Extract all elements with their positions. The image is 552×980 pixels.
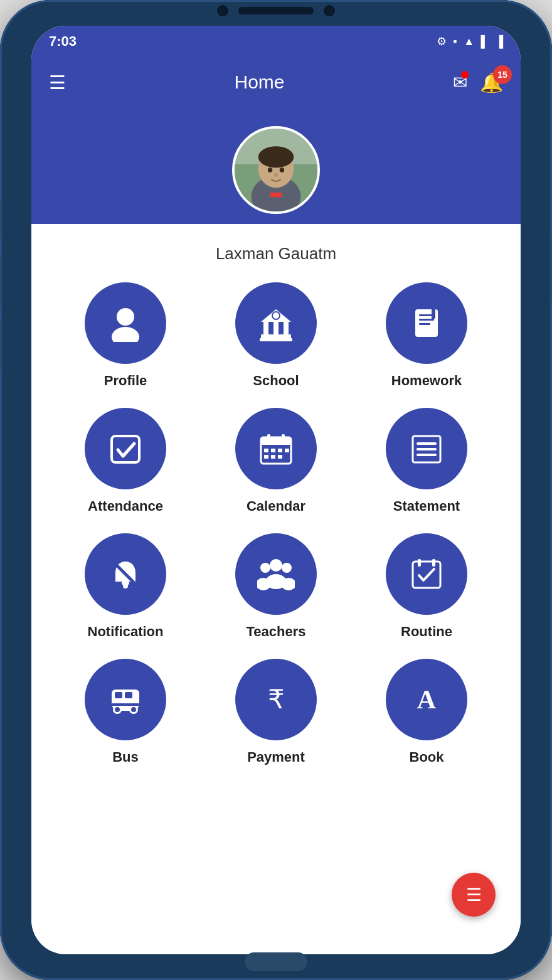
content-area: Profile xyxy=(31,264,521,954)
notification-off-icon xyxy=(107,555,144,593)
svg-rect-13 xyxy=(284,322,289,336)
svg-point-42 xyxy=(123,583,128,589)
notification-button[interactable]: 🔔 15 xyxy=(480,72,503,93)
svg-point-57 xyxy=(115,707,120,712)
svg-rect-33 xyxy=(264,455,268,459)
wifi-icon: ▲ xyxy=(464,35,475,48)
svg-rect-30 xyxy=(271,449,275,452)
menu-circle-bus xyxy=(85,659,166,740)
menu-label-school: School xyxy=(253,373,299,389)
mail-button[interactable]: ✉ xyxy=(453,72,467,93)
svg-rect-32 xyxy=(285,449,289,452)
menu-grid: Profile xyxy=(56,282,496,765)
menu-label-routine: Routine xyxy=(401,624,452,640)
svg-text:₹: ₹ xyxy=(268,684,285,714)
svg-rect-3 xyxy=(270,193,282,198)
svg-rect-61 xyxy=(120,708,130,711)
svg-rect-15 xyxy=(260,338,292,341)
attendance-icon xyxy=(107,430,144,467)
svg-rect-55 xyxy=(125,692,132,698)
svg-point-8 xyxy=(274,173,278,178)
menu-item-profile[interactable]: Profile xyxy=(56,282,194,389)
menu-item-school[interactable]: School xyxy=(207,282,345,389)
menu-circle-teachers xyxy=(235,533,317,615)
menu-item-notification[interactable]: Notification xyxy=(56,533,194,640)
svg-rect-51 xyxy=(418,559,421,567)
svg-point-7 xyxy=(280,168,285,173)
menu-circle-attendance xyxy=(85,408,166,489)
menu-circle-calendar xyxy=(235,408,317,489)
menu-item-homework[interactable]: Homework xyxy=(358,282,496,389)
menu-label-teachers: Teachers xyxy=(247,624,306,640)
svg-rect-26 xyxy=(261,441,291,445)
svg-point-18 xyxy=(273,312,279,319)
menu-label-homework: Homework xyxy=(391,373,462,389)
volume-down-button xyxy=(0,257,1,307)
top-actions: ✉ 🔔 15 xyxy=(453,72,503,93)
svg-point-5 xyxy=(258,146,294,168)
phone-frame: 7:03 ⚙ ▪ ▲ ▌ ▐ ☰ Home ✉ 🔔 15 xyxy=(0,0,552,980)
status-bar: 7:03 ⚙ ▪ ▲ ▌ ▐ xyxy=(31,26,521,57)
svg-rect-38 xyxy=(417,448,437,450)
home-button[interactable] xyxy=(245,952,307,971)
camera-dot-2 xyxy=(324,5,335,16)
menu-item-payment[interactable]: ₹ Payment xyxy=(207,659,345,765)
fab-button[interactable]: ☰ xyxy=(452,873,496,917)
hamburger-menu-button[interactable]: ☰ xyxy=(49,72,66,93)
svg-rect-52 xyxy=(432,559,435,567)
menu-item-attendance[interactable]: Attendance xyxy=(56,408,194,514)
silent-button xyxy=(0,320,1,370)
svg-rect-28 xyxy=(282,434,285,442)
svg-rect-22 xyxy=(419,323,430,325)
status-icons: ⚙ ▪ ▲ ▌ ▐ xyxy=(437,35,503,48)
menu-label-bus: Bus xyxy=(112,749,139,765)
menu-circle-homework xyxy=(386,282,467,364)
profile-name-section: Laxman Gauatm xyxy=(31,224,521,264)
menu-circle-book: A xyxy=(386,659,467,740)
avatar-image xyxy=(235,126,317,214)
page-title: Home xyxy=(234,72,284,93)
menu-item-calendar[interactable]: Calendar xyxy=(207,408,345,514)
volume-up-button xyxy=(0,201,1,238)
svg-rect-39 xyxy=(417,454,437,456)
battery-icon: ▪ xyxy=(453,35,457,48)
profile-section: Laxman Gauatm xyxy=(31,107,521,264)
menu-circle-routine xyxy=(386,533,467,615)
signal-icon: ▌ xyxy=(480,35,489,48)
status-time: 7:03 xyxy=(49,33,77,50)
menu-item-teachers[interactable]: Teachers xyxy=(207,533,345,640)
svg-point-6 xyxy=(268,168,273,173)
svg-point-9 xyxy=(117,308,134,326)
phone-notch xyxy=(217,5,335,16)
payment-icon: ₹ xyxy=(257,681,295,718)
svg-rect-29 xyxy=(264,449,268,452)
menu-item-book[interactable]: A Book xyxy=(358,659,496,765)
menu-label-calendar: Calendar xyxy=(247,498,305,514)
svg-rect-37 xyxy=(417,442,437,445)
menu-label-attendance: Attendance xyxy=(88,498,163,514)
person-icon xyxy=(107,304,144,342)
routine-icon xyxy=(408,555,445,593)
menu-circle-profile xyxy=(85,282,166,364)
svg-rect-11 xyxy=(263,322,268,336)
menu-item-routine[interactable]: Routine xyxy=(358,533,496,640)
svg-point-48 xyxy=(282,563,292,573)
svg-rect-34 xyxy=(271,455,275,459)
svg-rect-54 xyxy=(115,692,122,698)
menu-item-bus[interactable]: Bus xyxy=(56,659,194,765)
svg-rect-14 xyxy=(261,334,291,338)
profile-name: Laxman Gauatm xyxy=(31,234,521,264)
svg-rect-50 xyxy=(413,562,440,588)
bus-icon xyxy=(107,681,144,718)
speaker-bar xyxy=(238,7,314,14)
mail-notification-dot xyxy=(461,71,469,78)
menu-label-payment: Payment xyxy=(247,749,305,765)
top-navbar: ☰ Home ✉ 🔔 15 xyxy=(31,57,521,107)
menu-item-statement[interactable]: Statement xyxy=(358,408,496,514)
svg-rect-27 xyxy=(267,434,270,442)
svg-rect-12 xyxy=(273,322,279,336)
notification-badge: 15 xyxy=(493,65,512,84)
statement-icon xyxy=(408,430,445,467)
menu-label-notification: Notification xyxy=(88,624,164,640)
menu-circle-statement xyxy=(386,408,467,489)
